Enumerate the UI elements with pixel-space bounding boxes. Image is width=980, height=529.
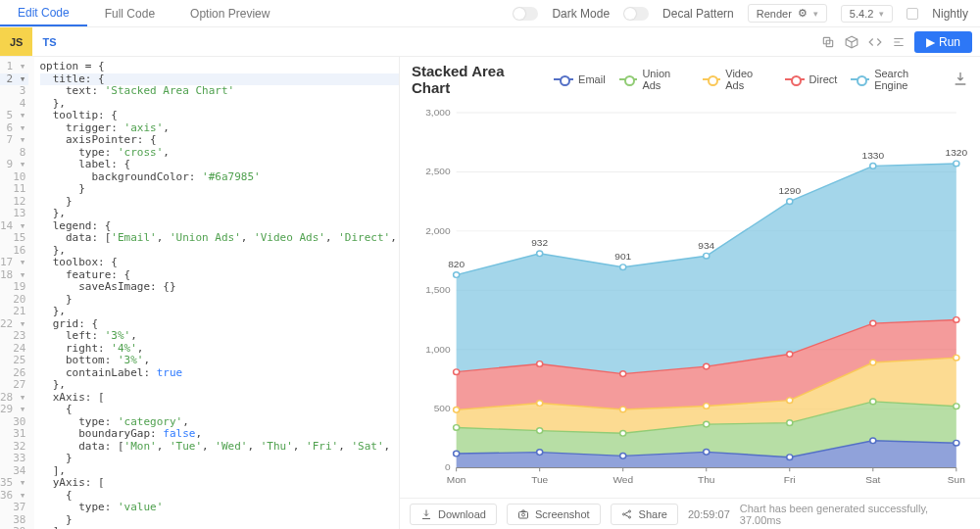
legend-symbol [703,74,721,84]
svg-point-44 [454,408,460,413]
svg-point-50 [954,355,959,361]
version-label: 5.4.2 [850,8,873,20]
svg-point-53 [620,371,626,377]
download-icon[interactable] [953,71,968,89]
svg-text:Sun: Sun [948,474,965,485]
legend-label: Direct [809,73,838,85]
legend-symbol [619,74,638,84]
lang-tab-js[interactable]: JS [0,27,32,56]
legend-item-email[interactable]: Email [554,73,606,85]
status-time: 20:59:07 [688,508,730,520]
editor-gutter: 1 ▾ 2 ▾ 3 4 5 ▾ 6 ▾ 7 ▾ 8 9 ▾ 10 11 12 1… [0,57,34,529]
svg-text:Tue: Tue [531,474,548,485]
svg-point-37 [454,425,460,431]
svg-point-63 [870,164,876,169]
svg-text:1330: 1330 [862,150,885,161]
tab-edit-code[interactable]: Edit Code [0,0,87,26]
format-icon[interactable] [887,30,910,54]
legend-label: Search Engine [874,68,941,91]
svg-point-40 [704,421,710,427]
chart-header: Stacked Area Chart EmailUnion AdsVideo A… [412,63,968,96]
legend-symbol [851,74,869,84]
svg-point-64 [954,161,959,167]
svg-point-31 [537,450,543,456]
svg-text:901: 901 [614,251,631,262]
svg-point-32 [620,454,626,459]
main-split: 1 ▾ 2 ▾ 3 4 5 ▾ 6 ▾ 7 ▾ 8 9 ▾ 10 11 12 1… [0,57,980,529]
svg-text:Mon: Mon [447,474,466,485]
nightly-label: Nightly [932,7,968,21]
svg-point-59 [537,251,543,257]
svg-text:0: 0 [445,462,451,473]
svg-rect-73 [518,511,527,518]
editor-subbar: JS TS ▶ Run [0,27,980,57]
run-button[interactable]: ▶ Run [914,31,972,53]
top-tabs: Edit Code Full Code Option Preview Dark … [0,0,980,27]
svg-text:Wed: Wed [612,474,633,485]
svg-point-48 [787,398,793,404]
download-button[interactable]: Download [410,504,497,525]
svg-text:Fri: Fri [784,474,796,485]
svg-point-33 [704,450,710,456]
svg-point-49 [870,360,876,365]
svg-point-38 [537,428,543,434]
copy-icon[interactable] [816,30,840,54]
version-dropdown[interactable]: 5.4.2 ▾ [841,5,893,23]
legend-symbol [785,74,805,84]
svg-text:Sat: Sat [865,474,880,485]
legend-label: Video Ads [725,68,770,91]
svg-text:2,500: 2,500 [425,167,451,177]
svg-point-36 [954,440,959,446]
preview-panel: Stacked Area Chart EmailUnion AdsVideo A… [400,57,980,529]
svg-point-61 [704,253,710,259]
svg-text:820: 820 [448,259,465,269]
svg-point-34 [787,455,793,460]
dark-mode-label: Dark Mode [552,7,610,21]
code-editor[interactable]: 1 ▾ 2 ▾ 3 4 5 ▾ 6 ▾ 7 ▾ 8 9 ▾ 10 11 12 1… [0,57,400,529]
svg-point-42 [870,399,876,405]
dark-mode-toggle[interactable] [513,7,538,21]
svg-point-45 [537,401,543,407]
legend-item-search-engine[interactable]: Search Engine [851,68,941,91]
share-button[interactable]: Share [611,504,678,525]
svg-point-60 [620,264,626,270]
legend-item-video-ads[interactable]: Video Ads [703,68,771,91]
tab-full-code[interactable]: Full Code [87,0,172,26]
svg-point-58 [454,272,460,278]
render-label: Render [757,8,792,20]
tab-option-preview[interactable]: Option Preview [172,0,287,26]
legend-label: Email [578,73,606,85]
share-label: Share [639,508,667,520]
svg-point-75 [622,513,624,515]
screenshot-label: Screenshot [535,508,590,520]
chart-title: Stacked Area Chart [412,63,542,96]
svg-text:1,000: 1,000 [425,344,451,355]
legend-item-direct[interactable]: Direct [785,73,838,85]
svg-point-56 [870,320,876,326]
decal-toggle[interactable] [623,7,649,21]
top-right-controls: Dark Mode Decal Pattern Render ⚙ ▾ 5.4.2… [501,0,980,26]
editor-code[interactable]: option = { title: { text: 'Stacked Area … [34,57,401,529]
svg-text:1320: 1320 [946,148,968,159]
play-icon: ▶ [926,35,935,49]
nightly-checkbox[interactable] [906,8,918,20]
svg-text:932: 932 [531,238,548,249]
lang-tab-ts[interactable]: TS [32,27,66,56]
svg-point-39 [620,430,626,436]
svg-point-62 [787,199,793,205]
chevron-down-icon: ▾ [813,9,818,19]
screenshot-button[interactable]: Screenshot [507,504,601,525]
app-root: Edit Code Full Code Option Preview Dark … [0,0,980,529]
chart-canvas[interactable]: 05001,0001,5002,0002,5003,000MonTueWedTh… [412,96,968,494]
legend-label: Union Ads [642,68,688,91]
svg-point-52 [537,361,543,367]
cube-icon[interactable] [840,30,863,54]
svg-point-54 [704,363,710,369]
render-dropdown[interactable]: Render ⚙ ▾ [748,4,827,23]
gear-icon: ⚙ [798,7,808,20]
legend-item-union-ads[interactable]: Union Ads [619,68,689,91]
svg-text:500: 500 [434,403,451,413]
legend-symbol [554,74,573,84]
code-icon[interactable] [863,30,887,54]
svg-text:1,500: 1,500 [425,284,451,295]
